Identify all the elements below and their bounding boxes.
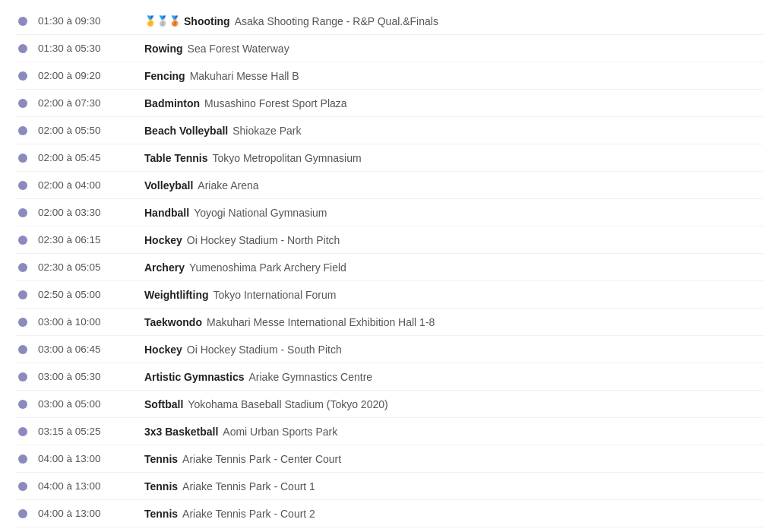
event-info: WeightliftingTokyo International Forum [144,289,760,301]
time-range: 02:00 à 03:30 [38,207,144,218]
table-row: 02:00 à 05:50Beach VolleyballShiokaze Pa… [15,117,763,144]
status-dot [18,181,27,190]
sport-name: 3x3 Basketball [144,426,218,438]
time-range: 02:00 à 07:30 [38,97,144,109]
time-range: 02:30 à 06:15 [38,234,144,245]
status-dot [18,44,27,53]
event-info: 3x3 BasketballAomi Urban Sports Park [144,426,760,438]
venue-name: Musashino Forest Sport Plaza [204,97,347,109]
venue-name: Yokohama Baseball Stadium (Tokyo 2020) [188,398,387,410]
table-row: 03:00 à 06:45HockeyOi Hockey Stadium - S… [15,336,763,363]
schedule-list: 01:30 à 09:30🥇🥈🥉 ShootingAsaka Shooting … [15,8,763,532]
venue-name: Yoyogi National Gymnasium [194,207,327,219]
table-row: 02:00 à 07:30BadmintonMusashino Forest S… [15,90,763,117]
sport-name: Hockey [144,234,182,246]
sport-name: Badminton [144,97,200,109]
time-range: 03:00 à 10:00 [38,316,144,328]
venue-name: Ariake Arena [198,179,258,192]
event-info: RowingSea Forest Waterway [144,43,760,55]
status-dot [18,236,27,245]
event-info: Table TennisTokyo Metropolitan Gymnasium [144,152,760,164]
time-range: 02:30 à 05:05 [38,261,144,273]
sport-name: Table Tennis [144,152,208,164]
sport-name: Tennis [144,453,178,465]
time-range: 03:00 à 06:45 [38,344,144,355]
sport-name: Volleyball [144,179,193,192]
time-range: 03:00 à 05:30 [38,371,144,382]
status-dot [18,71,27,81]
sport-name: Tennis [144,480,178,492]
venue-name: Aomi Urban Sports Park [223,426,337,438]
sport-name: Hockey [144,344,182,356]
venue-name: Makuhari Messe Hall B [190,70,299,82]
venue-name: Ariake Tennis Park - Center Court [182,453,341,465]
venue-name: Ariake Gymnastics Centre [249,371,373,383]
table-row: 04:00 à 13:00TennisAriake Tennis Park - … [15,527,763,532]
medal-icons: 🥇🥈🥉 [144,15,181,27]
status-dot [18,17,27,26]
table-row: 02:30 à 06:15HockeyOi Hockey Stadium - N… [15,226,763,254]
sport-name: Fencing [144,70,185,82]
table-row: 02:50 à 05:00WeightliftingTokyo Internat… [15,281,763,309]
event-info: TennisAriake Tennis Park - Court 1 [144,480,760,492]
time-range: 01:30 à 09:30 [38,15,144,27]
sport-name: Beach Volleyball [144,125,228,137]
venue-name: Ariake Tennis Park - Court 1 [182,480,315,492]
table-row: 03:15 à 05:253x3 BasketballAomi Urban Sp… [15,418,763,445]
time-range: 02:00 à 05:50 [38,125,144,136]
sport-name: Taekwondo [144,316,202,328]
event-info: 🥇🥈🥉 ShootingAsaka Shooting Range - R&P Q… [144,15,760,27]
time-range: 04:00 à 13:00 [38,480,144,492]
time-range: 04:00 à 13:00 [38,508,144,519]
time-range: 01:30 à 05:30 [38,43,144,54]
status-dot [18,482,27,491]
status-dot [18,99,27,108]
status-dot [18,454,27,464]
event-info: HandballYoyogi National Gymnasium [144,207,760,219]
status-dot [18,509,27,518]
event-info: TennisAriake Tennis Park - Court 2 [144,508,760,520]
event-info: Artistic GymnasticsAriake Gymnastics Cen… [144,371,760,383]
sport-name: Rowing [144,43,183,55]
venue-name: Tokyo International Forum [213,289,337,301]
event-info: HockeyOi Hockey Stadium - South Pitch [144,344,760,356]
venue-name: Oi Hockey Stadium - North Pitch [187,234,340,246]
sport-name: Softball [144,398,183,410]
sport-name: Weightlifting [144,289,209,301]
venue-name: Oi Hockey Stadium - South Pitch [187,344,342,356]
status-dot [18,290,27,299]
table-row: 02:00 à 04:00VolleyballAriake Arena [15,172,763,199]
sport-name: Handball [144,207,189,219]
time-range: 02:50 à 05:00 [38,289,144,300]
table-row: 01:30 à 09:30🥇🥈🥉 ShootingAsaka Shooting … [15,8,763,35]
sport-name: Archery [144,261,185,274]
table-row: 02:00 à 03:30HandballYoyogi National Gym… [15,199,763,226]
table-row: 03:00 à 10:00TaekwondoMakuhari Messe Int… [15,309,763,336]
status-dot [18,372,27,382]
event-info: VolleyballAriake Arena [144,179,760,192]
status-dot [18,263,27,272]
event-info: HockeyOi Hockey Stadium - North Pitch [144,234,760,246]
time-range: 02:00 à 05:45 [38,152,144,163]
venue-name: Makuhari Messe International Exhibition … [207,316,435,328]
table-row: 02:00 à 09:20FencingMakuhari Messe Hall … [15,62,763,90]
table-row: 03:00 à 05:00SoftballYokohama Baseball S… [15,391,763,418]
table-row: 02:00 à 05:45Table TennisTokyo Metropoli… [15,144,763,172]
sport-name: Tennis [144,508,178,520]
venue-name: Ariake Tennis Park - Court 2 [182,508,315,520]
sport-name: Artistic Gymnastics [144,371,245,383]
event-info: BadmintonMusashino Forest Sport Plaza [144,97,760,109]
table-row: 04:00 à 13:00TennisAriake Tennis Park - … [15,445,763,473]
sport-name: Shooting [184,15,230,27]
venue-name: Tokyo Metropolitan Gymnasium [213,152,362,164]
venue-name: Asaka Shooting Range - R&P Qual.&Finals [235,15,438,27]
table-row: 04:00 à 13:00TennisAriake Tennis Park - … [15,473,763,500]
time-range: 03:00 à 05:00 [38,398,144,410]
table-row: 01:30 à 05:30RowingSea Forest Waterway [15,35,763,62]
status-dot [18,427,27,436]
event-info: Beach VolleyballShiokaze Park [144,125,760,137]
status-dot [18,154,27,163]
status-dot [18,208,27,217]
status-dot [18,400,27,409]
venue-name: Yumenoshima Park Archery Field [189,261,346,274]
